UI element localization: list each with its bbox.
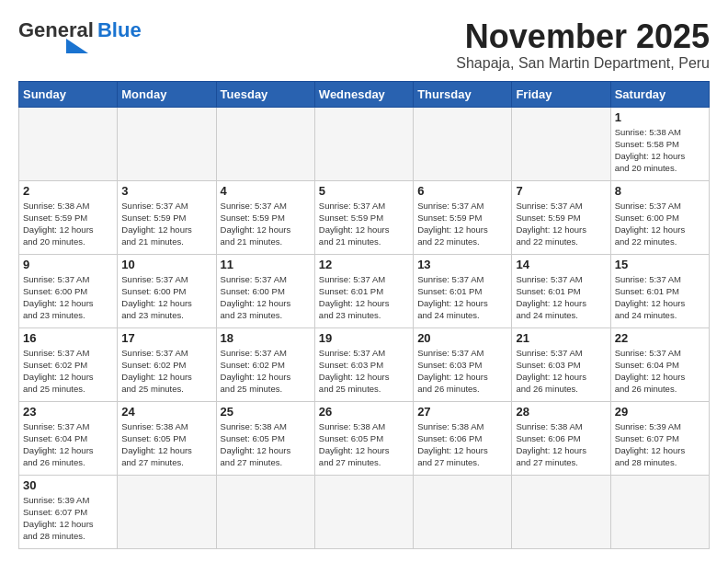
- weekday-header-monday: Monday: [118, 81, 216, 107]
- day-number: 25: [221, 405, 311, 419]
- day-info: Sunrise: 5:37 AM Sunset: 6:02 PM Dayligh…: [23, 347, 113, 396]
- calendar-cell: [414, 475, 512, 548]
- day-number: 14: [516, 258, 606, 271]
- day-number: 17: [121, 331, 211, 345]
- day-info: Sunrise: 5:37 AM Sunset: 5:59 PM Dayligh…: [319, 200, 409, 248]
- day-info: Sunrise: 5:37 AM Sunset: 6:03 PM Dayligh…: [516, 347, 606, 396]
- day-info: Sunrise: 5:39 AM Sunset: 6:07 PM Dayligh…: [615, 420, 705, 469]
- day-info: Sunrise: 5:37 AM Sunset: 5:59 PM Dayligh…: [516, 200, 606, 248]
- day-number: 6: [417, 184, 507, 198]
- day-info: Sunrise: 5:38 AM Sunset: 5:59 PM Dayligh…: [23, 200, 113, 248]
- day-number: 12: [319, 258, 409, 271]
- day-number: 19: [319, 331, 409, 345]
- day-number: 21: [516, 331, 606, 345]
- day-number: 13: [417, 258, 507, 271]
- calendar-cell: 20Sunrise: 5:37 AM Sunset: 6:03 PM Dayli…: [414, 327, 512, 401]
- calendar-cell: 25Sunrise: 5:38 AM Sunset: 6:05 PM Dayli…: [216, 401, 314, 475]
- calendar-cell: 21Sunrise: 5:37 AM Sunset: 6:03 PM Dayli…: [512, 327, 610, 401]
- day-info: Sunrise: 5:37 AM Sunset: 6:01 PM Dayligh…: [516, 273, 606, 322]
- calendar-cell: 13Sunrise: 5:37 AM Sunset: 6:01 PM Dayli…: [414, 254, 512, 327]
- weekday-header-sunday: Sunday: [19, 81, 118, 107]
- day-info: Sunrise: 5:38 AM Sunset: 6:06 PM Dayligh…: [516, 420, 606, 469]
- calendar-cell: 7Sunrise: 5:37 AM Sunset: 5:59 PM Daylig…: [512, 180, 610, 254]
- logo-triangle-icon: [66, 39, 88, 53]
- day-info: Sunrise: 5:38 AM Sunset: 6:05 PM Dayligh…: [319, 420, 409, 469]
- day-number: 23: [23, 405, 113, 419]
- day-info: Sunrise: 5:38 AM Sunset: 6:05 PM Dayligh…: [221, 420, 311, 469]
- calendar-cell: 18Sunrise: 5:37 AM Sunset: 6:02 PM Dayli…: [216, 327, 314, 401]
- day-number: 4: [221, 184, 311, 198]
- weekday-header-saturday: Saturday: [610, 81, 709, 107]
- day-info: Sunrise: 5:37 AM Sunset: 5:59 PM Dayligh…: [121, 200, 211, 248]
- calendar-cell: 26Sunrise: 5:38 AM Sunset: 6:05 PM Dayli…: [314, 401, 413, 475]
- calendar-cell: 8Sunrise: 5:37 AM Sunset: 6:00 PM Daylig…: [610, 180, 709, 254]
- logo-blue-text: Blue: [97, 18, 142, 42]
- calendar-cell: 16Sunrise: 5:37 AM Sunset: 6:02 PM Dayli…: [19, 327, 118, 401]
- day-number: 5: [319, 184, 409, 198]
- calendar-cell: 28Sunrise: 5:38 AM Sunset: 6:06 PM Dayli…: [512, 401, 610, 475]
- day-number: 16: [23, 331, 113, 345]
- day-info: Sunrise: 5:37 AM Sunset: 6:00 PM Dayligh…: [23, 273, 113, 322]
- day-info: Sunrise: 5:38 AM Sunset: 6:05 PM Dayligh…: [121, 420, 211, 469]
- calendar-cell: 23Sunrise: 5:37 AM Sunset: 6:04 PM Dayli…: [19, 401, 118, 475]
- day-number: 8: [615, 184, 705, 198]
- day-info: Sunrise: 5:38 AM Sunset: 5:58 PM Dayligh…: [615, 126, 705, 175]
- calendar-table: SundayMondayTuesdayWednesdayThursdayFrid…: [18, 81, 710, 549]
- day-info: Sunrise: 5:37 AM Sunset: 6:01 PM Dayligh…: [417, 273, 507, 322]
- day-number: 10: [121, 258, 211, 271]
- day-number: 26: [319, 405, 409, 419]
- day-info: Sunrise: 5:37 AM Sunset: 6:01 PM Dayligh…: [319, 273, 409, 322]
- calendar-cell: 3Sunrise: 5:37 AM Sunset: 5:59 PM Daylig…: [118, 180, 216, 254]
- calendar-cell: [314, 107, 413, 180]
- calendar-cell: 29Sunrise: 5:39 AM Sunset: 6:07 PM Dayli…: [610, 401, 709, 475]
- day-number: 1: [615, 110, 705, 124]
- calendar-cell: 15Sunrise: 5:37 AM Sunset: 6:01 PM Dayli…: [610, 254, 709, 327]
- calendar-cell: [512, 475, 610, 548]
- weekday-header-wednesday: Wednesday: [314, 81, 413, 107]
- calendar-cell: 10Sunrise: 5:37 AM Sunset: 6:00 PM Dayli…: [118, 254, 216, 327]
- day-info: Sunrise: 5:38 AM Sunset: 6:06 PM Dayligh…: [417, 420, 507, 469]
- day-info: Sunrise: 5:37 AM Sunset: 6:03 PM Dayligh…: [417, 347, 507, 396]
- calendar-cell: 27Sunrise: 5:38 AM Sunset: 6:06 PM Dayli…: [414, 401, 512, 475]
- weekday-header-friday: Friday: [512, 81, 610, 107]
- calendar-cell: 4Sunrise: 5:37 AM Sunset: 5:59 PM Daylig…: [216, 180, 314, 254]
- day-number: 27: [417, 405, 507, 419]
- day-number: 22: [615, 331, 705, 345]
- calendar-cell: 19Sunrise: 5:37 AM Sunset: 6:03 PM Dayli…: [314, 327, 413, 401]
- calendar-cell: 9Sunrise: 5:37 AM Sunset: 6:00 PM Daylig…: [19, 254, 118, 327]
- calendar-cell: [118, 475, 216, 548]
- day-info: Sunrise: 5:37 AM Sunset: 6:04 PM Dayligh…: [23, 420, 113, 469]
- day-info: Sunrise: 5:37 AM Sunset: 5:59 PM Dayligh…: [221, 200, 311, 248]
- calendar-cell: [314, 475, 413, 548]
- calendar-cell: 12Sunrise: 5:37 AM Sunset: 6:01 PM Dayli…: [314, 254, 413, 327]
- day-info: Sunrise: 5:37 AM Sunset: 6:02 PM Dayligh…: [121, 347, 211, 396]
- day-number: 15: [615, 258, 705, 271]
- day-number: 29: [615, 405, 705, 419]
- calendar-cell: 14Sunrise: 5:37 AM Sunset: 6:01 PM Dayli…: [512, 254, 610, 327]
- calendar-cell: [512, 107, 610, 180]
- day-info: Sunrise: 5:37 AM Sunset: 6:00 PM Dayligh…: [221, 273, 311, 322]
- calendar-cell: [118, 107, 216, 180]
- day-info: Sunrise: 5:37 AM Sunset: 6:00 PM Dayligh…: [615, 200, 705, 248]
- page-header: General Blue November 2025 Shapaja, San …: [18, 18, 710, 72]
- weekday-header-tuesday: Tuesday: [216, 81, 314, 107]
- calendar-cell: 22Sunrise: 5:37 AM Sunset: 6:04 PM Dayli…: [610, 327, 709, 401]
- calendar-cell: [610, 475, 709, 548]
- day-number: 3: [121, 184, 211, 198]
- day-number: 7: [516, 184, 606, 198]
- day-number: 2: [23, 184, 113, 198]
- month-title: November 2025: [456, 18, 710, 55]
- day-number: 24: [121, 405, 211, 419]
- calendar-cell: 6Sunrise: 5:37 AM Sunset: 5:59 PM Daylig…: [414, 180, 512, 254]
- calendar-cell: [216, 475, 314, 548]
- day-number: 11: [221, 258, 311, 271]
- location-subtitle: Shapaja, San Martin Department, Peru: [456, 55, 710, 72]
- calendar-cell: 11Sunrise: 5:37 AM Sunset: 6:00 PM Dayli…: [216, 254, 314, 327]
- day-info: Sunrise: 5:37 AM Sunset: 6:01 PM Dayligh…: [615, 273, 705, 322]
- day-info: Sunrise: 5:37 AM Sunset: 6:02 PM Dayligh…: [221, 347, 311, 396]
- day-number: 28: [516, 405, 606, 419]
- day-info: Sunrise: 5:37 AM Sunset: 5:59 PM Dayligh…: [417, 200, 507, 248]
- calendar-cell: 30Sunrise: 5:39 AM Sunset: 6:07 PM Dayli…: [19, 475, 118, 548]
- calendar-cell: [216, 107, 314, 180]
- day-number: 9: [23, 258, 113, 271]
